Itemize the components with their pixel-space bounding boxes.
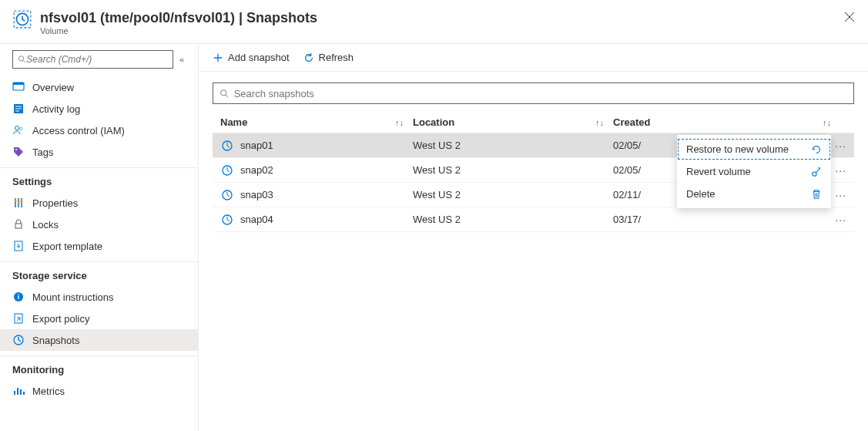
search-icon	[18, 55, 26, 64]
search-icon	[220, 89, 230, 99]
locks-icon	[12, 218, 25, 231]
sidebar-item-label: Mount instructions	[32, 291, 114, 303]
snapshot-location: West US 2	[413, 140, 613, 151]
sidebar-item-overview[interactable]: Overview	[0, 76, 198, 98]
snapshot-location: West US 2	[413, 214, 613, 225]
sidebar-item-access-control[interactable]: Access control (IAM)	[0, 120, 198, 141]
svg-point-6	[15, 126, 19, 130]
refresh-button[interactable]: Refresh	[303, 52, 354, 63]
ctx-label: Delete	[686, 188, 716, 200]
sidebar-item-label: Locks	[32, 219, 59, 231]
sidebar-item-mount[interactable]: i Mount instructions	[0, 286, 198, 308]
svg-point-11	[21, 200, 23, 203]
column-location[interactable]: Location↑↓	[413, 116, 613, 128]
snapshot-search[interactable]	[213, 82, 854, 104]
sort-icon: ↑↓	[395, 118, 404, 127]
svg-point-7	[19, 127, 22, 130]
row-actions-icon[interactable]: ···	[832, 133, 850, 157]
svg-rect-4	[13, 82, 24, 85]
snapshot-icon	[220, 213, 234, 227]
activity-log-icon	[12, 103, 25, 115]
sidebar-item-export-template[interactable]: Export template	[0, 235, 198, 257]
svg-text:i: i	[18, 293, 20, 301]
volume-clock-icon	[12, 9, 32, 29]
ctx-label: Restore to new volume	[686, 143, 789, 155]
collapse-sidebar-icon[interactable]: «	[179, 55, 189, 64]
snapshot-name: snap01	[240, 140, 273, 151]
sidebar-item-label: Metrics	[32, 386, 65, 397]
snapshot-icon	[220, 163, 234, 177]
overview-icon	[12, 81, 25, 93]
snapshot-icon	[220, 188, 234, 202]
metrics-icon	[12, 385, 25, 397]
sidebar-section-storage: Storage service	[0, 262, 198, 286]
sidebar-item-tags[interactable]: Tags	[0, 141, 198, 163]
plus-icon	[213, 52, 223, 63]
sidebar-item-label: Access control (IAM)	[32, 125, 125, 136]
sidebar-item-label: Tags	[32, 146, 53, 158]
sidebar-item-locks[interactable]: Locks	[0, 214, 198, 235]
snapshot-search-input[interactable]	[234, 88, 847, 99]
svg-point-10	[18, 203, 20, 205]
sidebar-item-label: Overview	[32, 82, 74, 93]
ctx-label: Revert volume	[686, 166, 751, 177]
sidebar-item-export-policy[interactable]: Export policy	[0, 308, 198, 329]
add-snapshot-label: Add snapshot	[228, 52, 290, 63]
snapshots-icon	[12, 334, 25, 346]
toolbar: Add snapshot Refresh	[199, 44, 868, 72]
snapshot-name: snap04	[240, 214, 273, 225]
svg-rect-16	[15, 314, 22, 323]
ctx-delete[interactable]: Delete	[677, 183, 831, 205]
row-actions-icon[interactable]: ···	[832, 183, 850, 207]
snapshot-name: snap03	[240, 189, 273, 200]
sidebar-section-monitoring: Monitoring	[0, 356, 198, 380]
column-created[interactable]: Created↑↓	[613, 116, 854, 128]
sidebar: « Overview Activity log Access control (…	[0, 44, 199, 431]
snapshot-location: West US 2	[413, 164, 613, 176]
context-menu: Restore to new volume Revert volume Dele…	[677, 135, 831, 208]
tags-icon	[12, 146, 25, 158]
svg-point-8	[15, 149, 17, 150]
ctx-restore[interactable]: Restore to new volume	[677, 138, 831, 160]
revert-icon	[811, 167, 822, 177]
row-actions-icon[interactable]: ···	[832, 158, 850, 182]
sidebar-item-activity-log[interactable]: Activity log	[0, 98, 198, 120]
sidebar-item-properties[interactable]: Properties	[0, 192, 198, 214]
properties-icon	[12, 197, 25, 209]
add-snapshot-button[interactable]: Add snapshot	[213, 52, 290, 63]
row-actions-icon[interactable]: ···	[832, 207, 850, 231]
sort-icon: ↑↓	[595, 118, 604, 127]
main-content: Add snapshot Refresh Name↑↓ Location↑↓ C…	[199, 44, 868, 431]
page-header: nfsvol01 (tme/pool0/nfsvol01) | Snapshot…	[0, 0, 868, 44]
table-row[interactable]: snap04 West US 2 03/17/ ···	[213, 207, 854, 232]
ctx-revert[interactable]: Revert volume	[677, 160, 831, 183]
sort-icon: ↑↓	[823, 118, 831, 127]
close-icon[interactable]	[843, 11, 856, 23]
snapshot-name: snap02	[240, 164, 273, 176]
refresh-label: Refresh	[319, 52, 354, 63]
sidebar-search[interactable]	[12, 50, 173, 69]
sidebar-search-input[interactable]	[26, 54, 168, 65]
svg-point-2	[18, 56, 23, 61]
sidebar-item-label: Export policy	[32, 313, 89, 325]
sidebar-item-metrics[interactable]: Metrics	[0, 380, 198, 402]
table-header: Name↑↓ Location↑↓ Created↑↓	[213, 112, 854, 133]
delete-icon	[811, 189, 822, 200]
sidebar-item-label: Activity log	[32, 103, 80, 115]
column-name[interactable]: Name↑↓	[213, 116, 413, 128]
export-template-icon	[12, 240, 25, 252]
snapshot-created: 03/17/	[613, 214, 854, 225]
sidebar-item-snapshots[interactable]: Snapshots	[0, 329, 198, 351]
svg-point-9	[15, 200, 17, 202]
page-subtitle: Volume	[40, 26, 317, 35]
sidebar-item-label: Export template	[32, 241, 102, 252]
restore-icon	[811, 144, 822, 155]
snapshot-location: West US 2	[413, 189, 613, 200]
sidebar-section-settings: Settings	[0, 168, 198, 192]
export-policy-icon	[12, 312, 25, 325]
svg-point-18	[221, 89, 226, 95]
access-control-icon	[12, 124, 25, 136]
snapshot-icon	[220, 139, 234, 153]
refresh-icon	[303, 52, 314, 63]
mount-icon: i	[12, 291, 25, 303]
